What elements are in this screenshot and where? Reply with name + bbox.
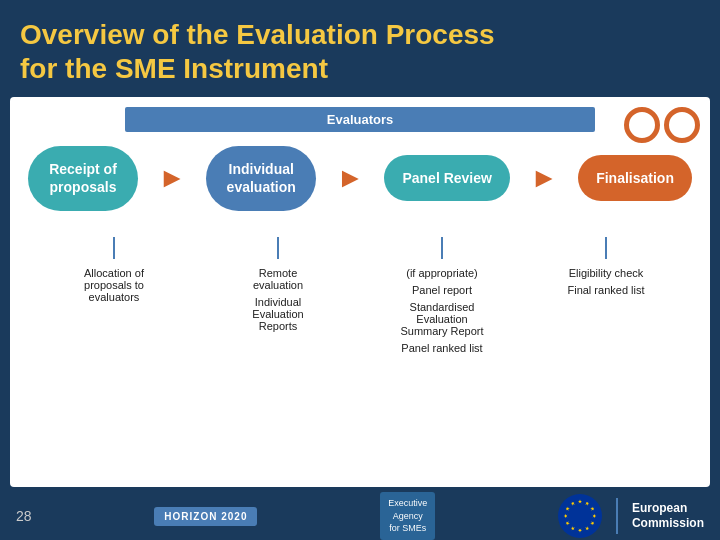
arrow-1: ► — [158, 162, 186, 194]
detail-remote: Remoteevaluation — [196, 267, 360, 291]
detail-col-4: Eligibility check Final ranked list — [524, 237, 688, 359]
arrow-2: ► — [336, 162, 364, 194]
detail-panel-report: Panel report — [360, 284, 524, 296]
header: Overview of the Evaluation Process for t… — [0, 0, 720, 97]
circle-right — [664, 107, 700, 143]
detail-col-1: Allocation ofproposals toevaluators — [32, 237, 196, 359]
arrow-3: ► — [530, 162, 558, 194]
step-receipt: Receipt ofproposals — [28, 146, 138, 210]
eu-stars-icon — [558, 494, 602, 538]
detail-if-appropriate: (if appropriate) — [360, 267, 524, 279]
detail-col-3: (if appropriate) Panel report Standardis… — [360, 237, 524, 359]
detail-final-ranked: Final ranked list — [524, 284, 688, 296]
step-individual: Individualevaluation — [206, 146, 316, 210]
ec-divider — [616, 498, 618, 534]
easme-badge: Executive Agency for SMEs — [380, 492, 435, 540]
horizon-badge: HORIZON 2020 — [154, 507, 257, 526]
detail-individual-reports: IndividualEvaluationReports — [196, 296, 360, 332]
page-title: Overview of the Evaluation Process for t… — [20, 18, 700, 85]
circle-left — [624, 107, 660, 143]
step-finalisation: Finalisation — [578, 155, 692, 201]
detail-allocation: Allocation ofproposals toevaluators — [32, 267, 196, 303]
detail-eligibility: Eligibility check — [524, 267, 688, 279]
step-panel: Panel Review — [384, 155, 510, 201]
detail-col-2: Remoteevaluation IndividualEvaluationRep… — [196, 237, 360, 359]
details-row: Allocation ofproposals toevaluators Remo… — [24, 237, 696, 359]
process-steps-row: Receipt ofproposals ► Individualevaluati… — [24, 146, 696, 210]
page-number: 28 — [16, 508, 32, 524]
detail-standardised: StandardisedEvaluationSummary Report — [360, 301, 524, 337]
ec-name: EuropeanCommission — [632, 501, 704, 532]
double-circle-icon — [624, 107, 700, 143]
main-content: Evaluators Receipt ofproposals ► Individ… — [10, 97, 710, 487]
detail-panel-ranked: Panel ranked list — [360, 342, 524, 354]
evaluators-bar: Evaluators — [125, 107, 595, 132]
ec-logo: EuropeanCommission — [558, 494, 704, 538]
footer: 28 HORIZON 2020 Executive Agency for SME… — [0, 487, 720, 540]
